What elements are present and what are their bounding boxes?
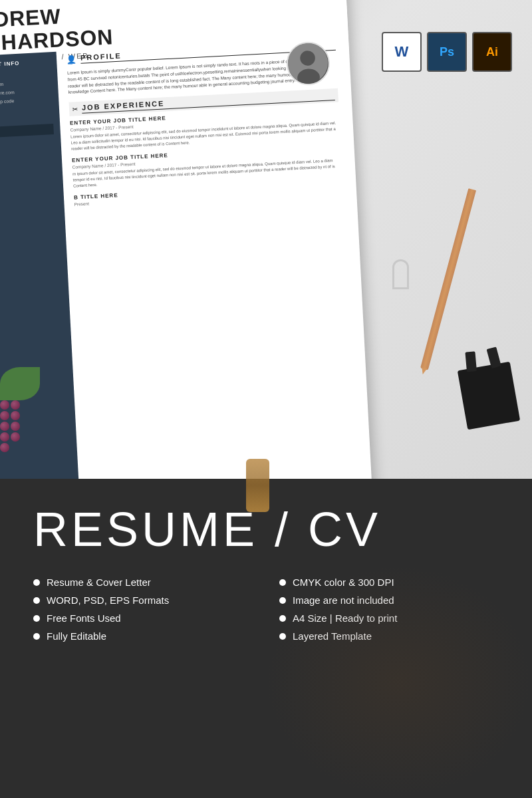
grape-6 bbox=[11, 422, 20, 431]
word-icon: W bbox=[382, 32, 422, 72]
resume-main: 👤 PROFILE Lorem Ipsum is simply dummyCon… bbox=[59, 33, 350, 215]
top-section: W Ps Ai ANDREW RICHARDSON GRAPHIC DESIGN… bbox=[0, 0, 532, 479]
grape-4 bbox=[11, 411, 20, 420]
pencil-decoration bbox=[420, 188, 476, 370]
feature-item-8: Layered Template bbox=[279, 630, 499, 642]
grape-3 bbox=[0, 411, 9, 420]
cork-decoration bbox=[246, 459, 269, 512]
sidebar-zip: 3 R#25 bbox=[0, 105, 53, 116]
resume-paper: ANDREW RICHARDSON GRAPHIC DESIGNER / WEB… bbox=[0, 0, 372, 479]
grape-2 bbox=[11, 400, 20, 410]
feature-item-7: A4 Size | Ready to print bbox=[279, 612, 499, 624]
bullet-5 bbox=[279, 579, 286, 586]
feature-item-4: Fully Editable bbox=[33, 630, 253, 642]
bullet-3 bbox=[33, 615, 40, 622]
feature-item-2: WORD, PSD, EPS Formats bbox=[33, 595, 253, 606]
paperclip-decoration bbox=[392, 259, 409, 289]
photoshop-icon: Ps bbox=[427, 32, 467, 72]
grape-7 bbox=[0, 432, 9, 442]
feature-item-3: Free Fonts Used bbox=[33, 612, 253, 624]
sidebar-contact-title: CONTACT INFO bbox=[0, 59, 50, 69]
features-grid: Resume & Cover Letter WORD, PSD, EPS For… bbox=[33, 577, 499, 642]
bottom-section: RESUME / CV Resume & Cover Letter WORD, … bbox=[0, 479, 532, 798]
features-col1: Resume & Cover Letter WORD, PSD, EPS For… bbox=[33, 577, 253, 642]
bullet-2 bbox=[33, 597, 40, 604]
grape-1 bbox=[0, 400, 9, 410]
grape-8 bbox=[11, 432, 20, 442]
bullet-1 bbox=[33, 579, 40, 586]
grapes-decoration bbox=[0, 380, 27, 439]
feature-item-5: CMYK color & 300 DPI bbox=[279, 577, 499, 588]
profile-icon: 👤 bbox=[66, 55, 77, 65]
binder-clip-decoration bbox=[458, 362, 520, 430]
feature-item-1: Resume & Cover Letter bbox=[33, 577, 253, 588]
bullet-4 bbox=[33, 633, 40, 640]
grape-9 bbox=[0, 443, 9, 452]
feature-item-6: Image are not included bbox=[279, 595, 499, 606]
features-col2: CMYK color & 300 DPI Image are not inclu… bbox=[279, 577, 499, 642]
scissors-icon: ✂ bbox=[72, 105, 78, 112]
bullet-7 bbox=[279, 615, 286, 622]
profile-section: 👤 PROFILE Lorem Ipsum is simply dummyCon… bbox=[66, 41, 338, 96]
bullet-8 bbox=[279, 633, 286, 640]
resume-cv-title: RESUME / CV bbox=[33, 505, 499, 553]
illustrator-icon: Ai bbox=[472, 32, 512, 72]
job-experience-section: ✂ JOB EXPERIENCE ENTER YOUR JOB TITLE HE… bbox=[69, 88, 344, 207]
grape-5 bbox=[0, 422, 9, 431]
grape-cluster bbox=[0, 397, 30, 456]
grape-leaf bbox=[0, 367, 40, 400]
software-icons: W Ps Ai bbox=[382, 32, 512, 72]
bullet-6 bbox=[279, 597, 286, 604]
